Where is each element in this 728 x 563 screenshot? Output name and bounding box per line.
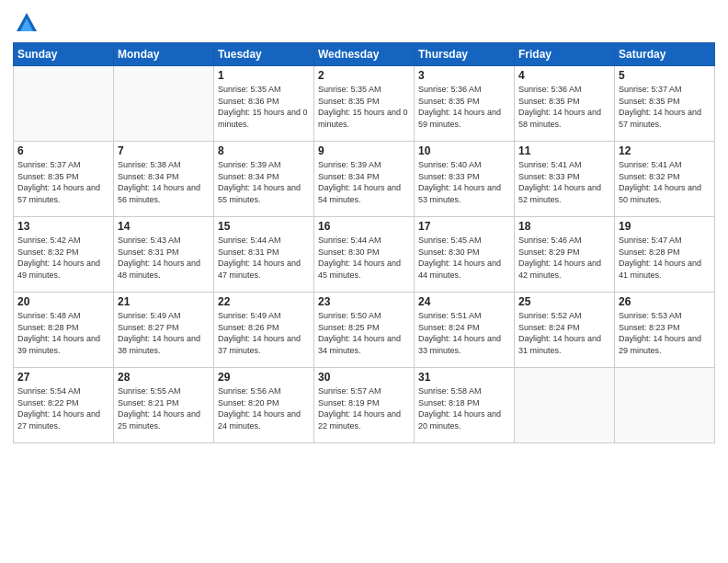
day-number: 9 [318,144,410,157]
day-info: Sunrise: 5:41 AMSunset: 8:32 PMDaylight:… [619,159,711,205]
calendar-cell: 25Sunrise: 5:52 AMSunset: 8:24 PMDayligh… [515,293,615,368]
calendar-cell: 17Sunrise: 5:45 AMSunset: 8:30 PMDayligh… [415,217,515,293]
day-info: Sunrise: 5:35 AMSunset: 8:36 PMDaylight:… [218,84,310,130]
day-info: Sunrise: 5:45 AMSunset: 8:30 PMDaylight:… [418,235,510,281]
day-number: 20 [17,295,109,308]
calendar-cell: 8Sunrise: 5:39 AMSunset: 8:34 PMDaylight… [214,142,314,217]
day-info: Sunrise: 5:36 AMSunset: 8:35 PMDaylight:… [418,84,510,130]
calendar-cell: 7Sunrise: 5:38 AMSunset: 8:34 PMDaylight… [114,142,214,217]
calendar-cell: 28Sunrise: 5:55 AMSunset: 8:21 PMDayligh… [114,368,214,443]
day-info: Sunrise: 5:55 AMSunset: 8:21 PMDaylight:… [118,385,210,431]
calendar-cell [515,368,615,443]
day-info: Sunrise: 5:44 AMSunset: 8:31 PMDaylight:… [218,235,310,281]
calendar-cell: 29Sunrise: 5:56 AMSunset: 8:20 PMDayligh… [214,368,314,443]
calendar-cell: 1Sunrise: 5:35 AMSunset: 8:36 PMDaylight… [214,66,314,142]
day-info: Sunrise: 5:49 AMSunset: 8:27 PMDaylight:… [118,310,210,356]
day-info: Sunrise: 5:38 AMSunset: 8:34 PMDaylight:… [118,159,210,205]
day-number: 25 [518,295,610,308]
weekday-header-monday: Monday [114,43,214,66]
day-info: Sunrise: 5:36 AMSunset: 8:35 PMDaylight:… [518,84,610,130]
day-number: 16 [318,220,410,233]
calendar-cell: 6Sunrise: 5:37 AMSunset: 8:35 PMDaylight… [14,142,114,217]
day-number: 21 [118,295,210,308]
day-info: Sunrise: 5:44 AMSunset: 8:30 PMDaylight:… [318,235,410,281]
day-number: 24 [418,295,510,308]
page: SundayMondayTuesdayWednesdayThursdayFrid… [0,0,728,563]
weekday-header-thursday: Thursday [415,43,515,66]
calendar-cell: 12Sunrise: 5:41 AMSunset: 8:32 PMDayligh… [615,142,715,217]
day-info: Sunrise: 5:46 AMSunset: 8:29 PMDaylight:… [518,235,610,281]
day-info: Sunrise: 5:52 AMSunset: 8:24 PMDaylight:… [518,310,610,356]
calendar-cell: 5Sunrise: 5:37 AMSunset: 8:35 PMDaylight… [615,66,715,142]
day-info: Sunrise: 5:50 AMSunset: 8:25 PMDaylight:… [318,310,410,356]
day-number: 7 [118,144,210,157]
calendar-cell: 31Sunrise: 5:58 AMSunset: 8:18 PMDayligh… [415,368,515,443]
weekday-header-tuesday: Tuesday [214,43,314,66]
calendar-cell: 15Sunrise: 5:44 AMSunset: 8:31 PMDayligh… [214,217,314,293]
weekday-header-sunday: Sunday [14,43,114,66]
weekday-header-friday: Friday [515,43,615,66]
day-number: 10 [418,144,510,157]
day-info: Sunrise: 5:49 AMSunset: 8:26 PMDaylight:… [218,310,310,356]
weekday-header-wednesday: Wednesday [314,43,415,66]
day-info: Sunrise: 5:53 AMSunset: 8:23 PMDaylight:… [619,310,711,356]
calendar-cell: 11Sunrise: 5:41 AMSunset: 8:33 PMDayligh… [515,142,615,217]
day-info: Sunrise: 5:37 AMSunset: 8:35 PMDaylight:… [17,159,109,205]
day-info: Sunrise: 5:37 AMSunset: 8:35 PMDaylight:… [619,84,711,130]
day-number: 14 [118,220,210,233]
day-number: 13 [17,220,109,233]
day-number: 4 [518,69,610,82]
calendar-cell: 24Sunrise: 5:51 AMSunset: 8:24 PMDayligh… [415,293,515,368]
day-number: 8 [218,144,310,157]
day-info: Sunrise: 5:47 AMSunset: 8:28 PMDaylight:… [619,235,711,281]
day-info: Sunrise: 5:58 AMSunset: 8:18 PMDaylight:… [418,385,510,431]
day-number: 11 [518,144,610,157]
weekday-header-saturday: Saturday [615,43,715,66]
day-info: Sunrise: 5:57 AMSunset: 8:19 PMDaylight:… [318,385,410,431]
day-number: 28 [118,371,210,384]
day-info: Sunrise: 5:54 AMSunset: 8:22 PMDaylight:… [17,385,109,431]
day-info: Sunrise: 5:35 AMSunset: 8:35 PMDaylight:… [318,84,410,130]
calendar-cell: 13Sunrise: 5:42 AMSunset: 8:32 PMDayligh… [14,217,114,293]
calendar-cell: 4Sunrise: 5:36 AMSunset: 8:35 PMDaylight… [515,66,615,142]
day-info: Sunrise: 5:41 AMSunset: 8:33 PMDaylight:… [518,159,610,205]
calendar-cell: 27Sunrise: 5:54 AMSunset: 8:22 PMDayligh… [14,368,114,443]
calendar-cell: 10Sunrise: 5:40 AMSunset: 8:33 PMDayligh… [415,142,515,217]
calendar-cell: 3Sunrise: 5:36 AMSunset: 8:35 PMDaylight… [415,66,515,142]
day-number: 2 [318,69,410,82]
day-number: 1 [218,69,310,82]
day-number: 6 [17,144,109,157]
day-number: 22 [218,295,310,308]
calendar-cell [615,368,715,443]
day-info: Sunrise: 5:43 AMSunset: 8:31 PMDaylight:… [118,235,210,281]
calendar-table: SundayMondayTuesdayWednesdayThursdayFrid… [13,42,715,443]
day-number: 18 [518,220,610,233]
calendar-cell: 19Sunrise: 5:47 AMSunset: 8:28 PMDayligh… [615,217,715,293]
day-number: 27 [17,371,109,384]
calendar-cell: 14Sunrise: 5:43 AMSunset: 8:31 PMDayligh… [114,217,214,293]
day-number: 15 [218,220,310,233]
calendar-cell [14,66,114,142]
day-number: 23 [318,295,410,308]
day-info: Sunrise: 5:56 AMSunset: 8:20 PMDaylight:… [218,385,310,431]
calendar-cell: 20Sunrise: 5:48 AMSunset: 8:28 PMDayligh… [14,293,114,368]
day-number: 30 [318,371,410,384]
day-number: 5 [619,69,711,82]
day-number: 31 [418,371,510,384]
day-number: 26 [619,295,711,308]
day-info: Sunrise: 5:39 AMSunset: 8:34 PMDaylight:… [218,159,310,205]
day-number: 19 [619,220,711,233]
day-info: Sunrise: 5:39 AMSunset: 8:34 PMDaylight:… [318,159,410,205]
day-info: Sunrise: 5:51 AMSunset: 8:24 PMDaylight:… [418,310,510,356]
day-info: Sunrise: 5:40 AMSunset: 8:33 PMDaylight:… [418,159,510,205]
calendar-cell: 21Sunrise: 5:49 AMSunset: 8:27 PMDayligh… [114,293,214,368]
calendar-cell: 18Sunrise: 5:46 AMSunset: 8:29 PMDayligh… [515,217,615,293]
calendar-cell: 22Sunrise: 5:49 AMSunset: 8:26 PMDayligh… [214,293,314,368]
calendar-cell [114,66,214,142]
day-number: 29 [218,371,310,384]
day-number: 12 [619,144,711,157]
day-info: Sunrise: 5:48 AMSunset: 8:28 PMDaylight:… [17,310,109,356]
calendar-cell: 9Sunrise: 5:39 AMSunset: 8:34 PMDaylight… [314,142,415,217]
header [13,9,715,37]
calendar-cell: 23Sunrise: 5:50 AMSunset: 8:25 PMDayligh… [314,293,415,368]
